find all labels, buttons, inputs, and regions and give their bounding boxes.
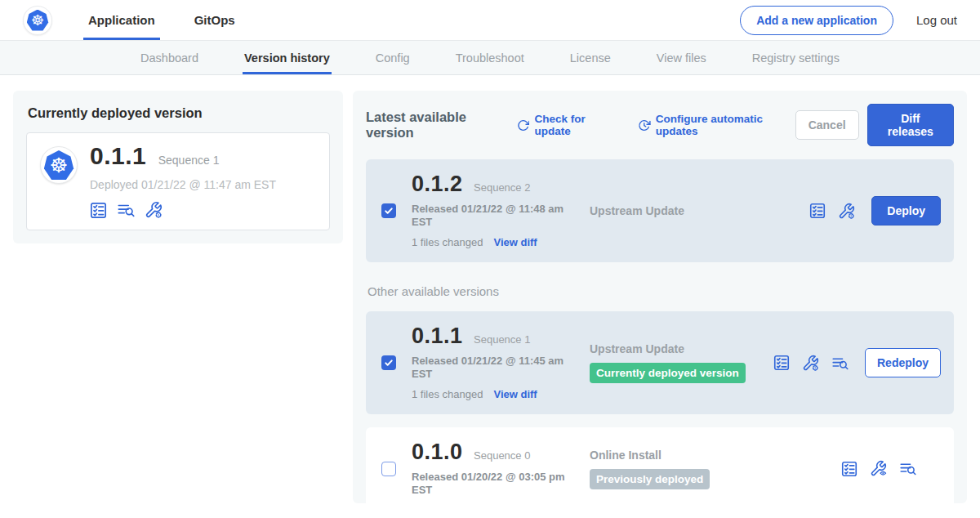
subnav-tab-view-files[interactable]: View files: [655, 41, 708, 74]
kubernetes-logo[interactable]: ☸: [23, 6, 52, 35]
deploy-logs-icon[interactable]: [899, 460, 916, 477]
version-actions: Deploy: [809, 196, 941, 226]
currently-deployed-title: Currently deployed version: [28, 105, 330, 121]
check-for-update-link[interactable]: Check for update: [517, 113, 617, 137]
top-nav: ☸ Application GitOps Add a new applicati…: [0, 0, 980, 41]
version-source: Upstream Update Currently deployed versi…: [585, 342, 773, 383]
top-tab-application[interactable]: Application: [83, 0, 160, 40]
kubernetes-app-icon: ☸: [44, 150, 74, 180]
source-label: Upstream Update: [590, 204, 809, 217]
latest-available-title: Latest available version: [366, 109, 506, 141]
app-subnav: Dashboard Version history Config Trouble…: [0, 41, 980, 75]
version-info: 0.1.1 Sequence 1 Released 01/21/22 @ 11:…: [412, 324, 585, 401]
auto-update-clock-icon: [638, 118, 651, 132]
redeploy-button[interactable]: Redeploy: [865, 348, 941, 377]
deploy-logs-icon[interactable]: [117, 201, 135, 219]
kubernetes-logo-icon: ☸: [27, 10, 49, 31]
panel-header: Latest available version Check for updat…: [366, 104, 954, 146]
subnav-tab-version-history[interactable]: Version history: [243, 41, 332, 74]
version-sequence: Sequence 0: [474, 449, 530, 462]
subnav-tab-dashboard[interactable]: Dashboard: [139, 41, 200, 74]
config-gear-icon[interactable]: [838, 203, 855, 220]
checkmark-icon: [384, 358, 394, 368]
version-row-0-1-1: 0.1.1 Sequence 1 Released 01/21/22 @ 11:…: [366, 311, 954, 414]
version-info: 0.1.2 Sequence 2 Released 01/21/22 @ 11:…: [412, 172, 585, 249]
currently-deployed-card: Currently deployed version ☸ 0.1.1 Seque…: [13, 91, 343, 243]
preflight-checks-icon[interactable]: [809, 203, 826, 219]
add-new-application-button[interactable]: Add a new application: [740, 6, 893, 35]
version-sequence: Sequence 1: [474, 333, 530, 346]
checkmark-icon: [384, 206, 394, 216]
other-available-versions-title: Other available versions: [368, 284, 952, 298]
subnav-tab-registry-settings[interactable]: Registry settings: [751, 41, 841, 74]
main-content: Currently deployed version ☸ 0.1.1 Seque…: [0, 75, 980, 503]
files-changed-label: 1 files changed: [412, 236, 483, 248]
diff-select-checkbox[interactable]: [381, 355, 396, 370]
view-diff-link[interactable]: View diff: [493, 236, 537, 248]
released-timestamp: Released 01/20/22 @ 03:05 pm EST: [412, 471, 568, 497]
version-actions: Redeploy: [773, 348, 941, 377]
subnav-tab-config[interactable]: Config: [374, 41, 412, 74]
released-timestamp: Released 01/21/22 @ 11:48 am EST: [412, 203, 568, 229]
config-gear-icon[interactable]: [145, 201, 163, 219]
version-number: 0.1.0: [412, 440, 463, 464]
view-diff-link[interactable]: View diff: [493, 388, 537, 400]
files-changed-label: 1 files changed: [412, 388, 483, 400]
top-tab-gitops[interactable]: GitOps: [189, 0, 240, 40]
config-gear-icon[interactable]: [802, 355, 819, 372]
subnav-tab-license[interactable]: License: [568, 41, 612, 74]
version-source: Online Install Previously deployed: [585, 449, 841, 489]
version-row-0-1-0: 0.1.0 Sequence 0 Released 01/20/22 @ 03:…: [366, 427, 954, 510]
preflight-checks-icon[interactable]: [773, 355, 790, 371]
cancel-button[interactable]: Cancel: [795, 110, 859, 140]
logout-link[interactable]: Log out: [916, 13, 957, 27]
currently-deployed-badge: Currently deployed version: [590, 363, 746, 383]
deployed-version-card: ☸ 0.1.1 Sequence 1 Deployed 01/21/22 @ 1…: [26, 132, 330, 230]
config-view-icon[interactable]: [870, 460, 887, 477]
configure-automatic-updates-link[interactable]: Configure automatic updates: [638, 113, 795, 137]
deployed-timestamp: Deployed 01/21/22 @ 11:47 am EST: [90, 178, 276, 191]
version-info: 0.1.0 Sequence 0 Released 01/20/22 @ 03:…: [412, 440, 585, 497]
released-timestamp: Released 01/21/22 @ 11:45 am EST: [412, 355, 568, 381]
deploy-logs-icon[interactable]: [831, 355, 849, 372]
version-row-0-1-2: 0.1.2 Sequence 2 Released 01/21/22 @ 11:…: [366, 159, 954, 262]
deploy-button[interactable]: Deploy: [871, 196, 941, 226]
deployed-action-icons: [90, 201, 276, 219]
source-label: Upstream Update: [590, 342, 773, 355]
version-number: 0.1.1: [412, 324, 463, 348]
refresh-icon: [517, 118, 530, 132]
version-source: Upstream Update: [585, 204, 809, 217]
source-label: Online Install: [590, 449, 841, 462]
diff-select-checkbox[interactable]: [381, 203, 396, 218]
version-sequence: Sequence 2: [474, 181, 530, 194]
version-history-panel: Latest available version Check for updat…: [353, 91, 967, 503]
preflight-checks-icon[interactable]: [841, 461, 858, 477]
top-nav-spacer: [270, 0, 740, 40]
top-nav-tabs: Application GitOps: [83, 0, 270, 40]
previously-deployed-badge: Previously deployed: [590, 469, 710, 489]
version-number: 0.1.2: [412, 172, 463, 196]
deployed-version-number: 0.1.1: [90, 142, 146, 169]
subnav-tab-troubleshoot[interactable]: Troubleshoot: [454, 41, 526, 74]
preflight-checks-icon[interactable]: [90, 202, 107, 219]
deployed-sequence: Sequence 1: [158, 154, 220, 167]
app-logo: ☸: [40, 146, 78, 184]
version-actions: [841, 460, 941, 477]
diff-select-checkbox[interactable]: [381, 462, 396, 476]
deployed-version-info: 0.1.1 Sequence 1 Deployed 01/21/22 @ 11:…: [90, 144, 276, 219]
diff-releases-button[interactable]: Diff releases: [867, 104, 954, 146]
